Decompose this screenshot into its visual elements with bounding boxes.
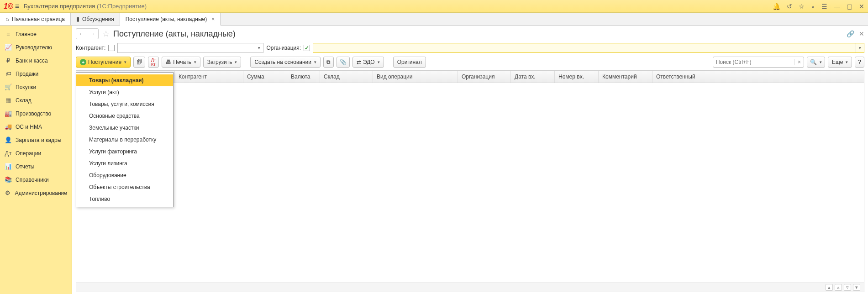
filter-icon[interactable]: ☰: [821, 3, 827, 10]
dropdown-item[interactable]: Земельные участки: [76, 122, 173, 134]
help-button[interactable]: ?: [855, 57, 864, 68]
forward-button[interactable]: →: [87, 29, 98, 39]
sidebar-item[interactable]: ▦Склад: [0, 94, 72, 107]
minimize-icon[interactable]: —: [834, 3, 840, 10]
table-column-header[interactable]: Комментарий: [599, 71, 652, 83]
search-input[interactable]: [713, 59, 794, 65]
attach-button[interactable]: 📎: [337, 57, 350, 68]
sidebar-item[interactable]: 🏷Продажи: [0, 67, 72, 80]
table-column-header[interactable]: Контрагент: [175, 71, 243, 83]
scroll-top-icon[interactable]: ▴: [826, 284, 833, 291]
tab-receipts[interactable]: Поступление (акты, накладные) ×: [120, 13, 221, 26]
sidebar-icon: 📈: [5, 44, 12, 51]
table-column-header[interactable]: Организация: [458, 71, 511, 83]
create-based-button[interactable]: Создать на основании ▾: [250, 57, 321, 68]
table-footer: ▴ ▵ ▿ ▾: [76, 283, 864, 292]
receipt-button[interactable]: + Поступление ▾: [76, 57, 131, 68]
dropdown-item[interactable]: Основные средства: [76, 110, 173, 122]
counterparty-dropdown-icon[interactable]: ▾: [255, 43, 263, 52]
dropdown-item[interactable]: Товары (накладная): [76, 74, 173, 86]
counterparty-field[interactable]: [118, 43, 255, 52]
sidebar-item[interactable]: 📈Руководителю: [0, 41, 72, 54]
dtkt-button[interactable]: ДтКт: [148, 57, 159, 68]
search-box[interactable]: ×: [713, 57, 804, 68]
sidebar-item[interactable]: ДтОперации: [0, 147, 72, 160]
table: ДатаНомерКонтрагентСуммаВалютаСкладВид о…: [76, 70, 864, 292]
app-name: Бухгалтерия предприятия: [24, 3, 95, 10]
dropdown-item[interactable]: Оборудование: [76, 169, 173, 181]
nav-arrows: ← →: [76, 28, 99, 39]
original-button[interactable]: Оригинал: [393, 57, 426, 68]
counterparty-checkbox[interactable]: [108, 45, 115, 51]
table-column-header[interactable]: Вид операции: [373, 71, 458, 83]
table-column-header[interactable]: Дата вх.: [511, 71, 555, 83]
sidebar-item[interactable]: 🛒Покупки: [0, 80, 72, 94]
create-based-label: Создать на основании: [254, 59, 311, 65]
sidebar-item[interactable]: ₽Банк и касса: [0, 54, 72, 67]
counterparty-input[interactable]: ▾: [117, 43, 263, 53]
scroll-up-icon[interactable]: ▵: [835, 284, 842, 291]
sidebar-item-label: Справочники: [16, 177, 49, 183]
search-button[interactable]: 🔍 ▾: [807, 57, 825, 68]
table-column-header[interactable]: Номер вх.: [555, 71, 599, 83]
organization-field[interactable]: [313, 43, 856, 52]
table-column-header[interactable]: Сумма: [243, 71, 287, 83]
table-column-header[interactable]: Валюта: [287, 71, 320, 83]
organization-checkbox[interactable]: [304, 45, 310, 51]
chat-icon: ▮: [76, 16, 79, 22]
load-button[interactable]: Загрузить ▾: [203, 57, 242, 68]
copy-button[interactable]: 🗐: [133, 57, 145, 68]
print-button[interactable]: 🖶 Печать ▾: [162, 57, 200, 68]
dot-icon[interactable]: ∘: [811, 3, 815, 10]
tabbar: ⌂ Начальная страница ▮ Обсуждения Поступ…: [0, 13, 868, 26]
organization-dropdown-icon[interactable]: ▾: [856, 43, 864, 52]
caret-icon: ▾: [314, 60, 316, 64]
more-button[interactable]: Еще ▾: [828, 57, 852, 68]
tab-label: Поступление (акты, накладные): [126, 16, 207, 22]
dropdown-item[interactable]: Услуги (акт): [76, 86, 173, 98]
dropdown-item[interactable]: Услуги лизинга: [76, 158, 173, 169]
scroll-bottom-icon[interactable]: ▾: [853, 284, 860, 291]
menu-icon[interactable]: ≡: [15, 2, 19, 10]
sidebar-icon: 🚚: [5, 123, 12, 130]
structure-button[interactable]: ⧉: [323, 57, 334, 68]
dropdown-item[interactable]: Услуги факторинга: [76, 146, 173, 158]
dropdown-item[interactable]: Топливо: [76, 193, 173, 205]
star-icon[interactable]: ☆: [799, 3, 805, 10]
edo-button[interactable]: ⇄ ЭДО ▾: [352, 57, 384, 68]
tab-home[interactable]: ⌂ Начальная страница: [0, 13, 71, 25]
search-clear-icon[interactable]: ×: [794, 59, 804, 65]
sidebar-item[interactable]: ≡Главное: [0, 27, 72, 41]
tab-label: Начальная страница: [12, 16, 65, 22]
sidebar-item[interactable]: 👤Зарплата и кадры: [0, 133, 72, 147]
sidebar-item[interactable]: 🏭Производство: [0, 107, 72, 120]
organization-input[interactable]: ▾: [313, 43, 864, 53]
titlebar-controls: 🔔 ↺ ☆ ∘ ☰ — ▢ ✕: [773, 3, 864, 10]
scroll-down-icon[interactable]: ▿: [844, 284, 851, 291]
sidebar-item[interactable]: 📊Отчеты: [0, 160, 72, 173]
close-icon[interactable]: ✕: [859, 3, 864, 10]
sidebar-item[interactable]: 📚Справочники: [0, 173, 72, 186]
tab-close-icon[interactable]: ×: [211, 16, 215, 22]
close-page-icon[interactable]: ✕: [859, 30, 864, 37]
page-title: Поступление (акты, накладные): [113, 29, 847, 39]
dropdown-item[interactable]: Объекты строительства: [76, 181, 173, 193]
favorite-icon[interactable]: ☆: [102, 29, 110, 39]
link-icon[interactable]: 🔗: [847, 30, 854, 37]
sidebar-icon: 🛒: [5, 84, 12, 90]
sidebar-item-label: Операции: [16, 150, 41, 157]
dropdown-item[interactable]: Материалы в переработку: [76, 134, 173, 146]
sidebar-icon: 👤: [5, 136, 12, 143]
sidebar-icon: 📊: [5, 163, 12, 170]
content: ← → ☆ Поступление (акты, накладные) 🔗 ✕ …: [72, 26, 868, 294]
sidebar-item[interactable]: 🚚ОС и НМА: [0, 120, 72, 133]
maximize-icon[interactable]: ▢: [847, 3, 852, 10]
tab-discussions[interactable]: ▮ Обсуждения: [71, 13, 120, 25]
table-column-header[interactable]: Ответственный: [652, 71, 707, 83]
table-column-header[interactable]: Склад: [320, 71, 373, 83]
bell-icon[interactable]: 🔔: [773, 3, 780, 10]
dropdown-item[interactable]: Товары, услуги, комиссия: [76, 98, 173, 110]
history-icon[interactable]: ↺: [787, 3, 792, 10]
back-button[interactable]: ←: [76, 29, 87, 39]
sidebar-item[interactable]: ⚙Администрирование: [0, 186, 72, 200]
